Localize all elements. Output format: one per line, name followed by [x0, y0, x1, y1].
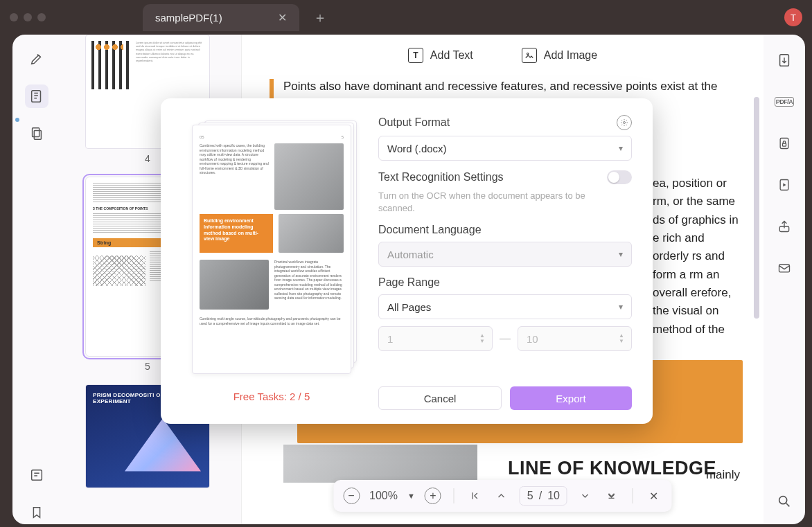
svg-point-12 [624, 122, 626, 124]
ocr-hint: Turn on the OCR when the document appear… [378, 190, 593, 214]
export-preview-pane: 055 Combined with specific cases, the bu… [182, 115, 362, 410]
output-format-select[interactable]: Word (.docx) [378, 136, 632, 161]
settings-gear-icon[interactable] [617, 115, 632, 130]
language-select: Automatic [378, 242, 632, 267]
page-range-label: Page Range [378, 276, 440, 289]
range-to-input[interactable]: 10 ▲▼ [518, 326, 632, 351]
range-dash: — [500, 332, 511, 345]
stepper-icon[interactable]: ▲▼ [479, 330, 488, 348]
output-format-label: Output Format [378, 116, 450, 129]
range-from-input[interactable]: 1 ▲▼ [378, 326, 493, 351]
language-label: Document Language [378, 224, 482, 236]
ocr-label: Text Recognition Settings [378, 171, 504, 184]
page-range-select[interactable]: All Pages [378, 294, 632, 319]
preview-orange-caption: Building environment Information modelin… [200, 214, 273, 253]
free-tasks-label: Free Tasks: 2 / 5 [233, 391, 310, 402]
range-to-value: 10 [527, 333, 538, 345]
ocr-toggle[interactable] [607, 170, 632, 184]
page-range-value: All Pages [387, 301, 431, 313]
cancel-button[interactable]: Cancel [378, 386, 502, 410]
modal-overlay: 055 Combined with specific cases, the bu… [0, 0, 812, 527]
range-from-value: 1 [387, 333, 393, 345]
export-button[interactable]: Export [510, 386, 632, 410]
export-form: Output Format Word (.docx) Text Recognit… [378, 115, 632, 410]
stepper-icon[interactable]: ▲▼ [619, 330, 627, 348]
language-value: Automatic [387, 249, 434, 260]
export-dialog: 055 Combined with specific cases, the bu… [161, 98, 653, 424]
output-format-value: Word (.docx) [387, 143, 447, 154]
preview-stack: 055 Combined with specific cases, the bu… [192, 125, 351, 381]
